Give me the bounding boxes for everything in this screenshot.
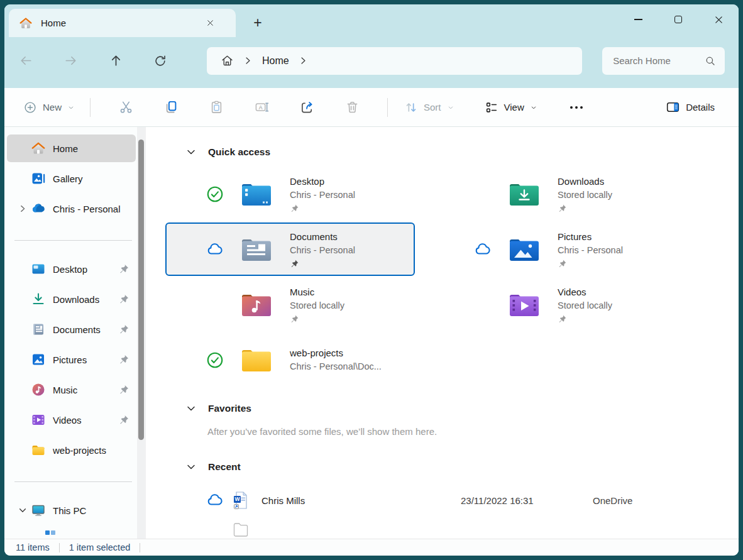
search-input[interactable]: Search Home: [613, 55, 705, 66]
this-pc-icon: [31, 503, 46, 518]
recent-file-name: Chris Mills: [261, 495, 419, 506]
sidebar-item-music[interactable]: Music: [7, 376, 136, 404]
scrollbar-thumb[interactable]: [138, 140, 144, 440]
gallery-icon: [31, 171, 46, 186]
sidebar-divider: [4, 225, 146, 255]
chevron-down-icon[interactable]: [186, 463, 196, 471]
tab-close-icon[interactable]: [202, 15, 218, 31]
file-tile-videos[interactable]: Videos Stored locally: [433, 278, 683, 331]
sidebar-item-pictures[interactable]: Pictures: [7, 346, 136, 373]
sidebar-scrollbar[interactable]: [137, 127, 146, 539]
delete-button[interactable]: [329, 95, 375, 120]
synced-status-icon: [206, 185, 224, 204]
file-tile-desktop[interactable]: Desktop Chris - Personal: [165, 167, 415, 221]
cloud-status-icon: [473, 240, 492, 259]
tab-bar: Home +: [4, 4, 739, 37]
new-button[interactable]: New: [21, 97, 77, 118]
sidebar-item-home[interactable]: Home: [7, 135, 136, 162]
tab-home[interactable]: Home: [9, 9, 236, 37]
breadcrumb-chevron-icon[interactable]: [300, 57, 307, 65]
chevron-down-icon[interactable]: [186, 148, 196, 156]
pin-icon: [290, 259, 299, 268]
file-detail: Chris - Personal: [290, 188, 355, 202]
sidebar-item-web-projects[interactable]: web-projects: [7, 436, 136, 464]
cut-button[interactable]: [103, 95, 148, 120]
address-bar[interactable]: Home: [207, 47, 582, 75]
pin-icon: [290, 204, 299, 213]
section-quick-access-header[interactable]: Quick access: [186, 143, 739, 161]
favorites-empty-message: After you’ve favorited some files, we’ll…: [207, 426, 739, 437]
search-icon[interactable]: [705, 55, 716, 67]
music-icon: [31, 382, 46, 397]
file-name: Videos: [558, 285, 612, 299]
chevron-down-icon[interactable]: [14, 507, 31, 514]
home-icon: [19, 16, 33, 30]
back-button[interactable]: [14, 48, 38, 74]
desktop-folder-icon: [240, 180, 273, 208]
downloads-folder-icon: [508, 180, 541, 208]
rename-button[interactable]: A: [239, 95, 284, 120]
file-name: Desktop: [290, 175, 355, 188]
sidebar-item-videos[interactable]: Videos: [7, 406, 136, 434]
file-tile-web-projects[interactable]: web-projects Chris - Personal\Doc...: [165, 333, 415, 387]
recent-file-row-partial[interactable]: [233, 520, 739, 539]
breadcrumb-home-icon[interactable]: [221, 54, 234, 67]
section-favorites-header[interactable]: Favorites: [186, 400, 739, 417]
navigation-bar: Home Search Home: [4, 37, 739, 88]
file-name: web-projects: [290, 346, 382, 360]
file-name: Downloads: [558, 175, 612, 188]
chevron-down-icon[interactable]: [186, 405, 196, 412]
file-detail: Chris - Personal: [290, 243, 355, 257]
file-tile-downloads[interactable]: Downloads Stored locally: [433, 167, 683, 221]
sidebar-item-desktop[interactable]: Desktop: [7, 255, 136, 283]
file-tile-pictures[interactable]: Pictures Chris - Personal: [433, 222, 683, 276]
sidebar-item-this-pc[interactable]: This PC: [7, 497, 136, 524]
chevron-down-icon: [530, 104, 537, 111]
share-button[interactable]: [284, 95, 329, 120]
sidebar-item-downloads[interactable]: Downloads: [7, 285, 136, 313]
sidebar-item-gallery[interactable]: Gallery: [7, 165, 136, 192]
chevron-down-icon: [447, 104, 454, 111]
synced-status-icon: [206, 351, 224, 370]
search-box[interactable]: Search Home: [602, 47, 725, 75]
file-name: Music: [290, 285, 344, 299]
sidebar-item-onedrive[interactable]: Chris - Personal: [7, 195, 136, 222]
new-tab-button[interactable]: +: [247, 12, 268, 33]
chevron-right-icon[interactable]: [14, 204, 31, 213]
breadcrumb-segment[interactable]: Home: [262, 55, 289, 67]
window-controls: [618, 4, 739, 35]
more-options-button[interactable]: [565, 100, 588, 115]
recent-file-row[interactable]: W Chris Mills 23/11/2022 16:31 OneDrive: [206, 490, 739, 511]
copy-button[interactable]: [148, 95, 194, 120]
file-name: Pictures: [558, 230, 623, 243]
maximize-button[interactable]: [658, 4, 698, 35]
cloud-status-icon: [206, 240, 224, 259]
cloud-status-icon: [206, 491, 224, 510]
quick-access-grid: Desktop Chris - Personal: [165, 167, 739, 388]
sort-button[interactable]: Sort: [400, 97, 458, 118]
pin-icon: [118, 354, 129, 365]
breadcrumb-chevron-icon[interactable]: [245, 57, 251, 65]
paste-button[interactable]: [194, 95, 239, 120]
plus-circle-icon: [23, 101, 37, 114]
view-button[interactable]: View: [481, 97, 541, 118]
section-recent-header[interactable]: Recent: [186, 458, 739, 476]
up-button[interactable]: [103, 48, 128, 74]
pin-icon: [558, 314, 567, 324]
file-tile-music[interactable]: Music Stored locally: [165, 278, 415, 331]
minimize-button[interactable]: [618, 4, 658, 35]
refresh-button[interactable]: [148, 48, 173, 74]
section-title: Favorites: [208, 403, 251, 414]
sidebar-item-documents[interactable]: Documents: [7, 316, 136, 343]
command-toolbar: New A Sort: [4, 88, 739, 127]
svg-text:A: A: [258, 104, 262, 111]
sort-button-label: Sort: [424, 102, 441, 113]
file-tile-documents[interactable]: Documents Chris - Personal: [165, 222, 415, 276]
folder-icon: [240, 346, 273, 374]
details-button[interactable]: Details: [662, 96, 718, 118]
forward-button[interactable]: [58, 48, 83, 74]
details-pane-icon: [666, 100, 680, 114]
sidebar-item-partial[interactable]: [4, 527, 146, 546]
music-folder-icon: [240, 291, 273, 319]
close-button[interactable]: [698, 4, 739, 35]
